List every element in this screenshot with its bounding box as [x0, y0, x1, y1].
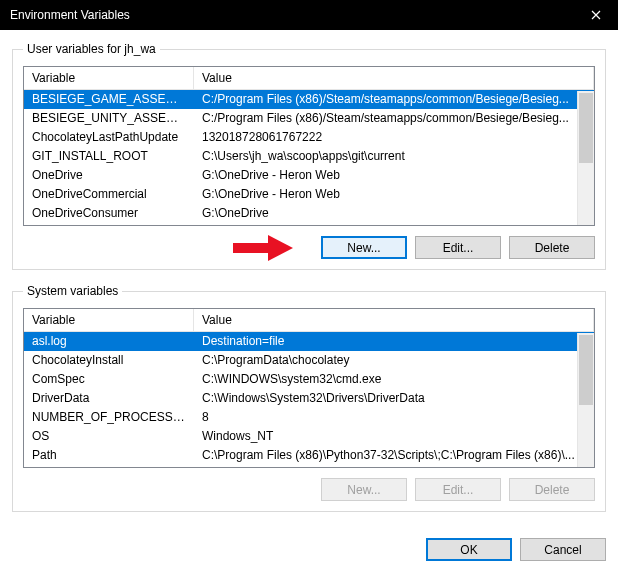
dialog-footer: OK Cancel: [0, 534, 618, 571]
system-table-body: asl.log Destination=file ChocolateyInsta…: [24, 332, 594, 465]
cell-value: 8: [194, 408, 594, 427]
table-row[interactable]: ChocolateyLastPathUpdate 132018728061767…: [24, 128, 594, 147]
table-row[interactable]: OneDrive G:\OneDrive - Heron Web: [24, 166, 594, 185]
table-row[interactable]: Path C:\Program Files (x86)\Python37-32\…: [24, 446, 594, 465]
user-variables-group: User variables for jh_wa Variable Value …: [12, 42, 606, 270]
arrow-annotation-icon: [233, 233, 293, 263]
svg-marker-1: [268, 235, 293, 261]
table-row[interactable]: OS Windows_NT: [24, 427, 594, 446]
cell-variable: Path: [24, 446, 194, 465]
cell-value: C:\Windows\System32\Drivers\DriverData: [194, 389, 594, 408]
cell-value: C:/Program Files (x86)/Steam/steamapps/c…: [194, 109, 594, 128]
system-new-button[interactable]: New...: [321, 478, 407, 501]
close-icon: [591, 7, 601, 23]
column-header-value[interactable]: Value: [194, 67, 594, 89]
dialog-body: User variables for jh_wa Variable Value …: [0, 30, 618, 534]
table-row[interactable]: DriverData C:\Windows\System32\Drivers\D…: [24, 389, 594, 408]
cell-variable: OneDrive: [24, 166, 194, 185]
system-variables-legend: System variables: [23, 284, 122, 298]
cell-value: C:\Users\jh_wa\scoop\apps\git\current: [194, 147, 594, 166]
table-row[interactable]: OneDriveCommercial G:\OneDrive - Heron W…: [24, 185, 594, 204]
cell-value: C:\WINDOWS\system32\cmd.exe: [194, 370, 594, 389]
cell-variable: GIT_INSTALL_ROOT: [24, 147, 194, 166]
user-edit-button[interactable]: Edit...: [415, 236, 501, 259]
user-delete-button[interactable]: Delete: [509, 236, 595, 259]
user-table-header: Variable Value: [24, 67, 594, 90]
user-buttons: New... Edit... Delete: [23, 236, 595, 259]
column-header-variable[interactable]: Variable: [24, 309, 194, 331]
user-table-body: BESIEGE_GAME_ASSEMBLIES C:/Program Files…: [24, 90, 594, 223]
cell-value: G:\OneDrive - Heron Web: [194, 185, 594, 204]
svg-rect-0: [233, 243, 268, 253]
table-row[interactable]: NUMBER_OF_PROCESSORS 8: [24, 408, 594, 427]
scrollbar[interactable]: [577, 91, 594, 225]
cancel-button[interactable]: Cancel: [520, 538, 606, 561]
cell-value: C:/Program Files (x86)/Steam/steamapps/c…: [194, 90, 594, 109]
scrollbar-thumb[interactable]: [579, 335, 593, 405]
cell-variable: ComSpec: [24, 370, 194, 389]
cell-value: Windows_NT: [194, 427, 594, 446]
cell-variable: DriverData: [24, 389, 194, 408]
table-row[interactable]: GIT_INSTALL_ROOT C:\Users\jh_wa\scoop\ap…: [24, 147, 594, 166]
table-row[interactable]: BESIEGE_GAME_ASSEMBLIES C:/Program Files…: [24, 90, 594, 109]
cell-variable: NUMBER_OF_PROCESSORS: [24, 408, 194, 427]
system-delete-button[interactable]: Delete: [509, 478, 595, 501]
column-header-variable[interactable]: Variable: [24, 67, 194, 89]
system-edit-button[interactable]: Edit...: [415, 478, 501, 501]
system-buttons: New... Edit... Delete: [23, 478, 595, 501]
system-variables-table[interactable]: Variable Value asl.log Destination=file …: [23, 308, 595, 468]
scrollbar-thumb[interactable]: [579, 93, 593, 163]
system-variables-group: System variables Variable Value asl.log …: [12, 284, 606, 512]
cell-value: G:\OneDrive - Heron Web: [194, 166, 594, 185]
cell-value: 132018728061767222: [194, 128, 594, 147]
user-variables-legend: User variables for jh_wa: [23, 42, 160, 56]
table-row[interactable]: asl.log Destination=file: [24, 332, 594, 351]
cell-variable: BESIEGE_UNITY_ASSEMBLIES: [24, 109, 194, 128]
window-title: Environment Variables: [10, 8, 573, 22]
title-bar: Environment Variables: [0, 0, 618, 30]
cell-variable: ChocolateyLastPathUpdate: [24, 128, 194, 147]
user-new-button[interactable]: New...: [321, 236, 407, 259]
table-row[interactable]: ComSpec C:\WINDOWS\system32\cmd.exe: [24, 370, 594, 389]
close-button[interactable]: [573, 0, 618, 30]
table-row[interactable]: BESIEGE_UNITY_ASSEMBLIES C:/Program File…: [24, 109, 594, 128]
cell-variable: OS: [24, 427, 194, 446]
table-row[interactable]: ChocolateyInstall C:\ProgramData\chocola…: [24, 351, 594, 370]
system-table-header: Variable Value: [24, 309, 594, 332]
cell-variable: BESIEGE_GAME_ASSEMBLIES: [24, 90, 194, 109]
cell-value: C:\ProgramData\chocolatey: [194, 351, 594, 370]
cell-value: G:\OneDrive: [194, 204, 594, 223]
column-header-value[interactable]: Value: [194, 309, 594, 331]
cell-variable: asl.log: [24, 332, 194, 351]
table-row[interactable]: OneDriveConsumer G:\OneDrive: [24, 204, 594, 223]
cell-variable: OneDriveCommercial: [24, 185, 194, 204]
cell-value: Destination=file: [194, 332, 594, 351]
scrollbar[interactable]: [577, 333, 594, 467]
user-variables-table[interactable]: Variable Value BESIEGE_GAME_ASSEMBLIES C…: [23, 66, 595, 226]
ok-button[interactable]: OK: [426, 538, 512, 561]
cell-variable: ChocolateyInstall: [24, 351, 194, 370]
cell-value: C:\Program Files (x86)\Python37-32\Scrip…: [194, 446, 594, 465]
cell-variable: OneDriveConsumer: [24, 204, 194, 223]
